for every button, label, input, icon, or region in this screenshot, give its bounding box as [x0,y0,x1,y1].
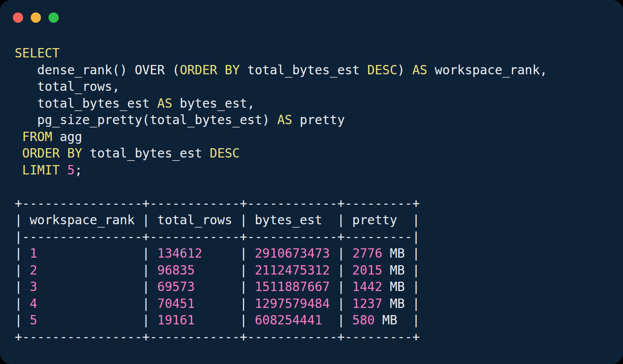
code-text: | [195,313,255,328]
code-text: total_bytes_est [82,146,210,161]
code-text: | [330,296,352,311]
sql-keyword: DESC [367,63,397,77]
code-text: pretty [292,113,345,127]
code-line: pg_size_pretty(total_bytes_est) AS prett… [15,112,547,129]
numeric-value: 19161 [157,313,194,328]
sql-keyword: AS [277,113,292,127]
sql-keyword: LIMIT [22,163,60,178]
code-text: | [15,296,30,311]
code-text: MB | [382,296,420,311]
sql-keyword: AS [157,96,172,111]
code-text: | [15,263,30,278]
numeric-value: 1237 [352,296,382,311]
code-line: total_bytes_est AS bytes_est, [15,95,547,112]
code-text: | workspace_rank | total_rows | bytes_es… [15,213,420,227]
numeric-value: 2112475312 [255,263,330,278]
numeric-value: 1511887667 [255,279,330,294]
code-line: FROM agg [15,129,547,146]
code-line: total_rows, [15,78,547,95]
code-text: | [15,279,30,294]
numeric-value: 5 [67,163,75,178]
code-text: total_rows, [15,79,120,94]
numeric-value: 69573 [157,279,194,294]
numeric-value: 1297579484 [255,296,330,311]
code-text: +----------------+------------+---------… [15,196,420,211]
code-text: MB | [382,246,420,261]
numeric-value: 96835 [157,263,194,278]
numeric-value: 2776 [352,246,382,261]
code-text: ; [75,163,82,178]
terminal-window: SELECT dense_rank() OVER (ORDER BY total… [0,0,623,364]
code-text: | [37,279,158,294]
sql-keyword: ORDER BY [22,146,82,161]
code-text: | [15,313,30,328]
code-text [15,129,22,144]
code-text: | [37,246,158,261]
code-text: total_bytes_est [15,96,157,111]
code-text: MB | [382,279,420,294]
code-text: total_bytes_est [240,63,368,77]
sql-keyword: AS [412,63,427,77]
numeric-value: 4 [30,296,37,311]
code-text: | [195,279,255,294]
numeric-value: 608254441 [255,313,322,328]
code-text: | [330,263,352,278]
code-text: | [37,296,158,311]
code-text: | [37,313,158,328]
numeric-value: 2910673473 [255,246,330,261]
code-text [60,163,67,178]
code-text: bytes_est, [172,96,255,111]
close-button[interactable] [13,12,23,23]
code-line: +----------------+------------+---------… [15,329,547,346]
code-line: | 4 | 70451 | 1297579484 | 1237 MB | [15,295,547,312]
window-controls [13,12,59,23]
numeric-value: 5 [30,313,37,328]
numeric-value: 1 [30,246,37,261]
numeric-value: 134612 [157,246,202,261]
code-line [15,178,547,195]
code-text: dense_rank() OVER ( [15,63,180,77]
code-line: | 3 | 69573 | 1511887667 | 1442 MB | [15,279,547,295]
sql-keyword: FROM [22,129,52,144]
code-text: | [195,296,255,311]
code-line: | 5 | 19161 | 608254441 | 580 MB | [15,312,547,329]
code-line: | 2 | 96835 | 2112475312 | 2015 MB | [15,262,547,279]
code-text: | [202,246,255,261]
code-line: ORDER BY total_bytes_est DESC [15,145,547,162]
code-text: | [195,263,255,278]
code-line: +----------------+------------+---------… [15,195,547,212]
numeric-value: 70451 [157,296,194,311]
numeric-value: 2 [30,263,37,278]
code-text: | [15,246,30,261]
numeric-value: 580 [352,313,375,328]
terminal-content: SELECT dense_rank() OVER (ORDER BY total… [15,45,547,345]
code-line: |----------------+------------+---------… [15,229,547,246]
minimize-button[interactable] [31,12,41,23]
maximize-button[interactable] [49,12,59,23]
code-text [15,179,22,194]
code-line: LIMIT 5; [15,162,547,179]
code-text [15,163,22,178]
numeric-value: 1442 [352,279,382,294]
code-text: | [330,246,352,261]
code-text: agg [52,129,82,144]
code-text: workspace_rank, [427,63,547,77]
code-text: pg_size_pretty(total_bytes_est) [15,113,277,127]
code-text: +----------------+------------+---------… [15,330,420,344]
code-line: dense_rank() OVER (ORDER BY total_bytes_… [15,62,547,79]
code-line: | 1 | 134612 | 2910673473 | 2776 MB | [15,245,547,262]
code-text: | [37,263,158,278]
numeric-value: 3 [30,279,37,294]
code-text: |----------------+------------+---------… [15,230,420,244]
code-text: ) [397,63,413,77]
code-text [15,146,22,161]
sql-keyword: SELECT [15,46,60,61]
code-text: | [322,313,352,328]
code-line: | workspace_rank | total_rows | bytes_es… [15,212,547,229]
sql-keyword: DESC [210,146,239,161]
numeric-value: 2015 [352,263,382,278]
code-text: | [330,279,352,294]
code-text: MB | [382,263,420,278]
sql-keyword: ORDER BY [180,63,240,77]
code-text: MB | [375,313,420,328]
